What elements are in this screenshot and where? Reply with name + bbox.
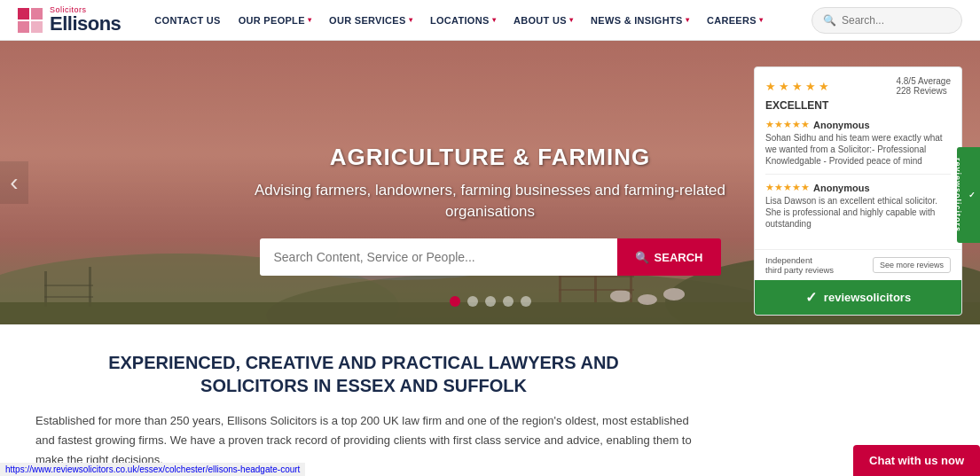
reviewer-1-name: Anonymous: [813, 120, 870, 130]
review-excellent-label: EXCELLENT: [765, 99, 951, 112]
chat-button[interactable]: Chat with us now: [853, 445, 980, 476]
rating-stars: ★ ★ ★ ★ ★: [765, 80, 829, 93]
hero-section: ‹ › AGRICULTURE & FARMING Advising farme…: [0, 41, 980, 324]
hero-dot-4[interactable]: [503, 296, 514, 307]
see-more-reviews-button[interactable]: See more reviews: [873, 257, 951, 273]
review-item-1: ★ ★ ★ ★ ★ Anonymous Sohan Sidhu and his …: [765, 119, 951, 175]
search-icon: 🔍: [635, 251, 649, 264]
hero-title: AGRICULTURE & FARMING: [216, 144, 765, 171]
review-item-2: ★ ★ ★ ★ ★ Anonymous Lisa Dawson is an ex…: [765, 182, 951, 237]
star-icon: ★: [801, 182, 810, 193]
star-icon: ★: [801, 119, 810, 130]
nav-our-people[interactable]: OUR PEOPLE ▾: [231, 0, 318, 41]
nav-our-services[interactable]: OUR SERVICES ▾: [322, 0, 419, 41]
hero-dot-5[interactable]: [521, 296, 531, 307]
hero-dots: [450, 296, 531, 307]
hero-content: AGRICULTURE & FARMING Advising farmers, …: [216, 144, 765, 222]
review-2-stars: ★ ★ ★ ★ ★ Anonymous: [765, 182, 951, 193]
nav-careers[interactable]: CAREERS ▾: [700, 0, 770, 41]
star-icon: ★: [774, 182, 783, 193]
hero-subtitle: Advising farmers, landowners, farming bu…: [216, 180, 765, 222]
review-1-stars: ★ ★ ★ ★ ★ Anonymous: [765, 119, 951, 130]
svg-rect-1: [31, 8, 43, 20]
header: Solicitors Ellisons CONTACT US OUR PEOPL…: [0, 0, 980, 41]
logo-text: Solicitors Ellisons: [50, 6, 121, 34]
review-header: ★ ★ ★ ★ ★ 4.8/5 Average 228 Reviews: [765, 76, 951, 96]
chevron-down-icon: ▾: [759, 16, 763, 24]
star-icon: ★: [774, 119, 783, 130]
hero-search-button[interactable]: 🔍 SEARCH: [617, 238, 721, 276]
header-search-input[interactable]: [842, 14, 966, 27]
chevron-down-icon: ▾: [569, 16, 573, 24]
chevron-down-icon: ▾: [409, 16, 412, 24]
hero-prev-arrow[interactable]: ‹: [0, 161, 28, 204]
review-footer: Independent third party reviews See more…: [755, 249, 961, 280]
review-top: ★ ★ ★ ★ ★ 4.8/5 Average 228 Reviews EXCE…: [755, 67, 961, 249]
star-icon: ★: [805, 80, 816, 93]
main-content: EXPERIENCED, CREATIVE AND PRACTICAL LAWY…: [0, 324, 727, 476]
logo[interactable]: Solicitors Ellisons: [18, 6, 121, 34]
svg-rect-3: [31, 21, 43, 33]
nav-about-us[interactable]: ABOUT US ▾: [506, 0, 580, 41]
svg-rect-0: [18, 8, 29, 20]
review-1-text: Sohan Sidhu and his team were exactly wh…: [765, 132, 951, 167]
hero-search-input[interactable]: [260, 238, 617, 276]
hero-dot-2[interactable]: [467, 296, 478, 307]
search-icon: 🔍: [823, 14, 836, 27]
star-icon: ★: [765, 182, 774, 193]
logo-brand: Ellisons: [50, 14, 121, 34]
hero-search: 🔍 SEARCH: [260, 238, 721, 276]
chevron-down-icon: ▾: [308, 16, 311, 24]
checkmark-icon: ✓: [805, 289, 817, 306]
review-score: 4.8/5 Average 228 Reviews: [896, 76, 951, 96]
star-icon: ★: [783, 182, 792, 193]
hero-dot-1[interactable]: [450, 296, 460, 307]
review-widget: ★ ★ ★ ★ ★ 4.8/5 Average 228 Reviews EXCE…: [754, 66, 962, 316]
main-nav: CONTACT US OUR PEOPLE ▾ OUR SERVICES ▾ L…: [147, 0, 811, 41]
nav-news-insights[interactable]: NEWS & INSIGHTS ▾: [584, 0, 696, 41]
star-icon: ★: [765, 119, 774, 130]
review-independent-label: Independent third party reviews: [765, 255, 834, 275]
logo-icon: [18, 8, 43, 33]
review-solicitors-side-tab[interactable]: ✓ reviewsolicitors: [957, 147, 980, 243]
review-solicitors-button[interactable]: ✓ reviewsolicitors: [755, 280, 961, 315]
main-title: EXPERIENCED, CREATIVE AND PRACTICAL LAWY…: [35, 351, 692, 397]
star-icon: ★: [792, 119, 801, 130]
header-search[interactable]: 🔍: [811, 7, 962, 34]
star-icon: ★: [792, 182, 801, 193]
nav-locations[interactable]: LOCATIONS ▾: [423, 0, 503, 41]
url-bar: https://www.reviewsolicitors.co.uk/essex…: [0, 463, 305, 476]
hero-dot-3[interactable]: [485, 296, 496, 307]
svg-rect-2: [18, 21, 29, 33]
checkmark-icon: ✓: [968, 191, 976, 200]
star-icon: ★: [783, 119, 792, 130]
review-2-text: Lisa Dawson is an excellent ethical soli…: [765, 195, 951, 230]
main-paragraph-1: Established for more than 250 years, Ell…: [35, 411, 692, 470]
reviewer-2-name: Anonymous: [813, 183, 870, 193]
nav-contact-us[interactable]: CONTACT US: [147, 0, 227, 41]
star-icon: ★: [765, 80, 776, 93]
chevron-down-icon: ▾: [686, 16, 689, 24]
chevron-down-icon: ▾: [492, 16, 496, 24]
star-icon: ★: [792, 80, 803, 93]
star-icon: ★: [779, 80, 789, 93]
star-icon: ★: [819, 80, 829, 93]
